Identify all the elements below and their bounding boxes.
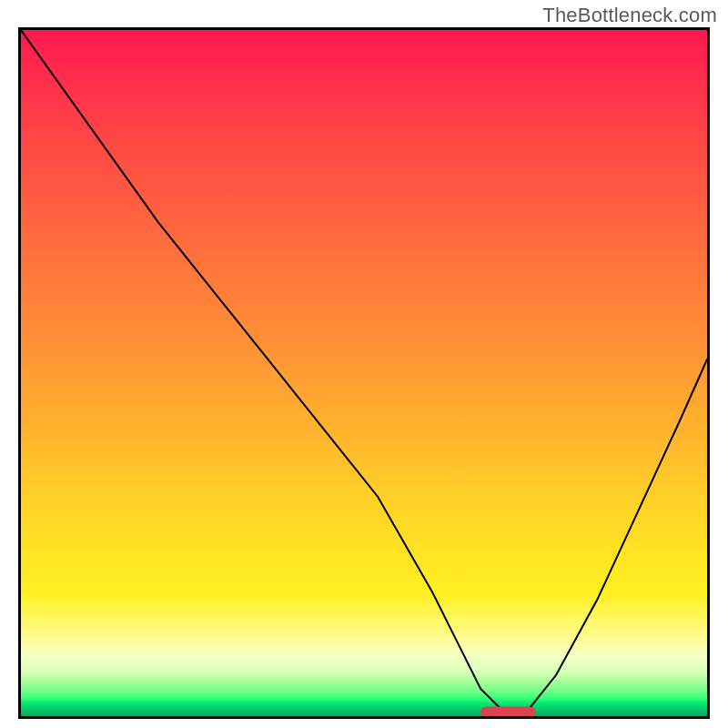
- valley-marker: [480, 706, 535, 717]
- bottleneck-curve-path: [21, 30, 707, 709]
- plot-area: [18, 27, 710, 719]
- curve-layer: [21, 30, 707, 716]
- chart-stage: TheBottleneck.com: [0, 0, 728, 728]
- watermark-label: TheBottleneck.com: [542, 4, 717, 27]
